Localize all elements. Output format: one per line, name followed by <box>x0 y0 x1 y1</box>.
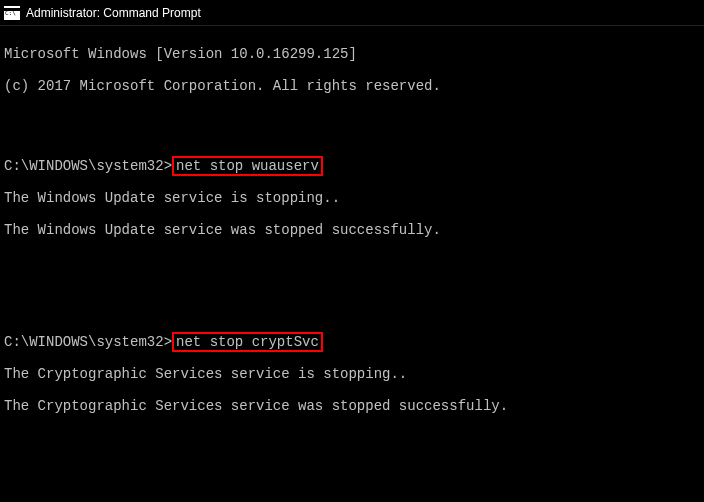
blank-line <box>4 254 700 270</box>
output-line: The Cryptographic Services service is st… <box>4 366 700 382</box>
titlebar[interactable]: Administrator: Command Prompt <box>0 0 704 26</box>
highlighted-command: net stop cryptSvc <box>172 332 323 352</box>
prompt: C:\WINDOWS\system32> <box>4 158 172 174</box>
command-line: C:\WINDOWS\system32>net stop cryptSvc <box>4 334 700 350</box>
prompt: C:\WINDOWS\system32> <box>4 334 172 350</box>
output-line: The Windows Update service is stopping.. <box>4 190 700 206</box>
version-line: Microsoft Windows [Version 10.0.16299.12… <box>4 46 700 62</box>
blank-line <box>4 430 700 446</box>
cmd-icon <box>4 6 20 20</box>
blank-line <box>4 110 700 126</box>
command-line: C:\WINDOWS\system32>net stop wuauserv <box>4 158 700 174</box>
terminal-output[interactable]: Microsoft Windows [Version 10.0.16299.12… <box>0 26 704 502</box>
output-line: The Windows Update service was stopped s… <box>4 222 700 238</box>
output-line: The Cryptographic Services service was s… <box>4 398 700 414</box>
copyright-line: (c) 2017 Microsoft Corporation. All righ… <box>4 78 700 94</box>
blank-line <box>4 286 700 302</box>
highlighted-command: net stop wuauserv <box>172 156 323 176</box>
blank-line <box>4 462 700 478</box>
window-title: Administrator: Command Prompt <box>26 6 201 20</box>
